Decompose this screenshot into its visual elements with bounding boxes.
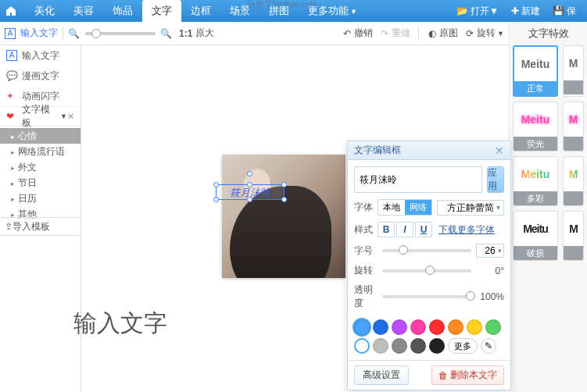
effect-card-partial[interactable]: M [563,156,584,206]
zoom-in-icon[interactable]: 🔍 [160,28,171,39]
resize-handle[interactable] [247,182,252,187]
text-effects-panel: 文字特效 Meitu正常M Meitu荧光M Meitu多彩M Meitu破损M [509,22,587,392]
font-source-toggle[interactable]: 本地 网络 [378,199,432,216]
resize-handle[interactable] [213,197,219,202]
color-swatch[interactable] [429,319,445,335]
zoom-out-icon[interactable]: 🔍 [68,28,79,39]
effect-thumb: Meitu [514,102,557,137]
opacity-slider[interactable] [382,295,471,298]
more-fonts-link[interactable]: 下载更多字体 [438,223,495,237]
zoom-ratio[interactable]: 1:1 原大 [176,27,217,40]
rotate-icon: ⟳ [464,28,475,39]
home-icon[interactable] [5,5,17,17]
save-button[interactable]: 💾保 [546,5,582,18]
resize-handle[interactable] [281,197,287,202]
undo-button[interactable]: ↶撤销 [338,27,376,40]
original-button[interactable]: ◐原图 [424,27,461,40]
effect-card[interactable]: Meitu破损 [513,211,558,261]
tree-node[interactable]: 网络流行语 [0,144,81,159]
panel-title: 文字编辑框 [354,144,401,157]
color-swatch[interactable] [392,319,407,335]
tab-beautify[interactable]: 美化 [25,0,64,22]
color-swatch[interactable] [429,338,445,354]
style-label: 样式 [354,223,378,237]
size-value[interactable]: 26 [476,244,504,258]
color-swatch[interactable] [485,319,501,335]
close-icon[interactable]: ✕ [495,144,504,157]
redo-button[interactable]: ↷重做 [376,27,413,40]
italic-button[interactable]: I [396,222,413,237]
rotate-slider[interactable] [382,269,471,273]
color-swatch[interactable] [392,338,407,354]
bubble-icon: 💬 [6,70,17,81]
more-colors-button[interactable]: 更多 [448,338,478,354]
main-menubar: 美化 美容 饰品 文字 边框 场景 拼图 更多功能▼ 📂打开 ▼ ✚新建 💾保 [0,0,587,22]
rotate-label: 旋转 [354,264,378,277]
font-local-tab[interactable]: 本地 [378,200,405,215]
color-swatch[interactable] [373,319,388,335]
tab-face[interactable]: 美容 [64,0,103,22]
effect-label: 破损 [514,246,557,260]
font-online-tab[interactable]: 网络 [405,200,431,215]
tab-collage[interactable]: 拼图 [259,0,299,22]
resize-handle[interactable] [281,182,287,187]
sidebar-templates-header[interactable]: ❤ 文字模板▼ ✕ [0,106,81,127]
tree-node[interactable]: 心情 [0,128,81,144]
tree-node[interactable]: 日历 [0,191,81,206]
rotate-handle[interactable] [247,171,252,176]
resize-handle[interactable] [247,197,252,202]
size-slider[interactable] [382,249,471,252]
color-swatch[interactable] [410,338,426,354]
color-swatch[interactable] [354,319,370,335]
open-button[interactable]: 📂打开 ▼ [450,5,505,18]
delete-text-button[interactable]: 🗑删除本文字 [431,365,504,385]
folder-icon: 📂 [456,5,468,16]
effect-card[interactable]: Meitu多彩 [513,156,558,206]
color-swatch[interactable] [410,319,426,335]
tab-more[interactable]: 更多功能▼ [299,0,367,22]
tab-scene[interactable]: 场景 [220,0,259,22]
close-icon[interactable]: ✕ [67,112,74,122]
effect-card-partial[interactable]: M [563,45,584,97]
rotate-button[interactable]: ⟳旋转▼ [461,27,507,40]
import-icon: ⇪ [5,221,13,232]
bold-button[interactable]: B [378,222,395,237]
effect-card[interactable]: Meitu正常 [513,45,558,97]
font-select[interactable]: 方正静蕾简 [437,200,504,216]
import-template-button[interactable]: ⇪导入模板 [0,217,81,236]
resize-handle[interactable] [213,182,219,187]
effect-card-partial[interactable]: M [563,102,584,151]
color-swatch[interactable] [373,338,388,354]
new-button[interactable]: ✚新建 [505,5,546,18]
text-input[interactable] [354,166,482,193]
sidebar-item-input-text[interactable]: A输入文字 [0,45,81,66]
left-sidebar: A输入文字 💬漫画文字 ✦动画闪字 ❤ 文字模板▼ ✕ 心情 网络流行语 外文 … [0,45,81,392]
underline-button[interactable]: U [415,222,432,237]
tab-text[interactable]: 文字 [142,0,181,22]
size-label: 字号 [354,244,378,258]
tab-decor[interactable]: 饰品 [103,0,142,22]
redo-icon: ↷ [379,28,390,39]
color-swatch[interactable] [448,319,464,335]
tree-node[interactable]: 节日 [0,175,81,191]
advanced-button[interactable]: 高级设置 [354,365,409,385]
effect-card-partial[interactable]: M [563,211,584,261]
apply-button[interactable]: 应用 [487,166,504,193]
toolbar: A 输入文字 🔍 🔍 1:1 原大 ↶撤销 ↷重做 ◐原图 ⟳旋转▼ ✂裁剪 ⛶… [0,22,587,45]
eyedropper-icon[interactable]: ✎ [481,338,496,354]
tree-node[interactable]: 外文 [0,159,81,175]
effect-thumb: Meitu [514,47,557,81]
zoom-slider[interactable] [85,32,156,35]
toolbar-input-text[interactable]: 输入文字 [20,27,58,40]
color-swatch[interactable] [467,319,482,335]
effect-card[interactable]: Meitu荧光 [513,102,558,151]
text-layer[interactable]: 筱月沫昤 [216,184,285,200]
undo-icon: ↶ [342,28,353,39]
effects-title: 文字特效 [510,22,587,45]
color-swatch[interactable] [354,338,370,354]
effect-label: 正常 [514,81,557,95]
photo-preview[interactable] [222,155,345,278]
panel-header[interactable]: 文字编辑框 ✕ [348,141,510,160]
sidebar-item-comic-text[interactable]: 💬漫画文字 [0,66,81,86]
tab-frame[interactable]: 边框 [181,0,220,22]
